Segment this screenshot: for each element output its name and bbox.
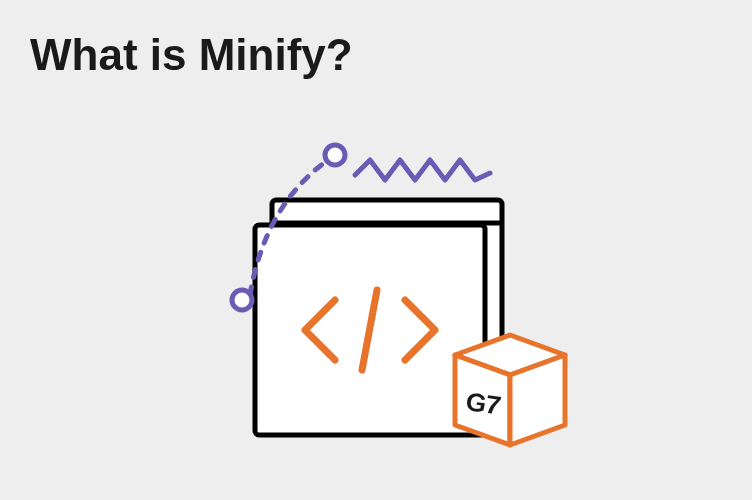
cube-icon: G7: [455, 335, 565, 445]
zigzag-icon: [355, 160, 490, 180]
node-left-icon: [232, 290, 252, 310]
svg-text:G7: G7: [466, 386, 502, 421]
code-window-illustration-icon: G7: [210, 135, 570, 465]
page-title: What is Minify?: [30, 30, 353, 80]
minify-illustration: G7: [210, 135, 570, 465]
node-top-icon: [325, 145, 345, 165]
